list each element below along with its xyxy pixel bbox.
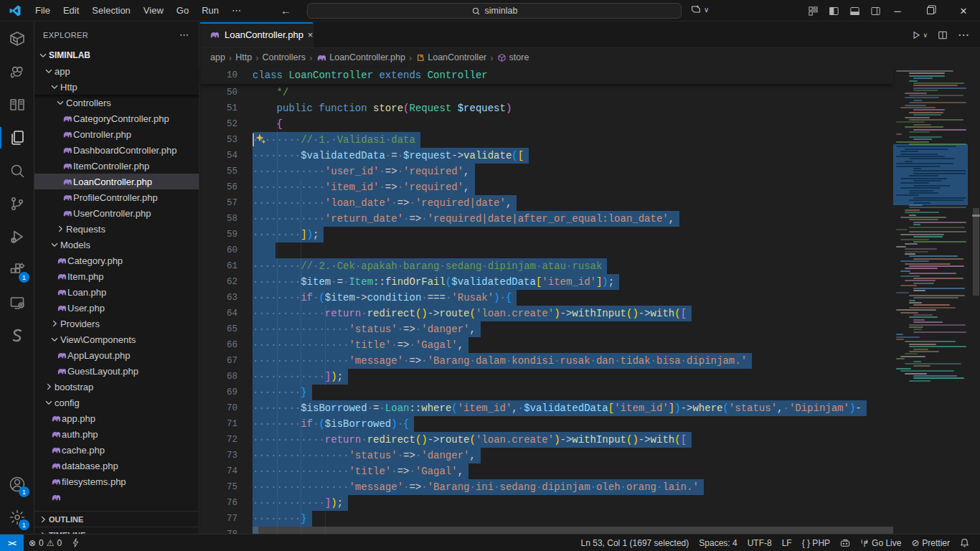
file-user-php[interactable]: User.php (34, 300, 199, 316)
menu-file[interactable]: File (29, 0, 57, 22)
breadcrumb-item-http[interactable]: Http (235, 52, 252, 62)
sticky-scroll-line[interactable]: 10 class LoanController extends Controll… (200, 67, 893, 84)
monkey-face-icon[interactable] (0, 55, 34, 88)
file-dashboardcontroller-php[interactable]: DashboardController.php (34, 142, 199, 158)
code-line-67[interactable]: 67 ················'message'·=>·'Barang·… (200, 353, 893, 369)
folder-requests[interactable]: Requests (34, 221, 199, 237)
code-line-51[interactable]: 51 public function store(Request $reques… (200, 100, 893, 116)
file-guestlayout-php[interactable]: GuestLayout.php (34, 363, 199, 379)
file-cache-php[interactable]: cache.php (34, 442, 199, 458)
breadcrumb-item-controllers[interactable]: Controllers (262, 52, 305, 62)
file-profilecontroller-php[interactable]: ProfileController.php (34, 189, 199, 205)
open-book-icon[interactable] (0, 88, 34, 121)
menu-⋯[interactable]: ⋯ (225, 0, 248, 22)
file-auth-php[interactable]: auth.php (34, 426, 199, 442)
menu-run[interactable]: Run (195, 0, 225, 22)
code-line-71[interactable]: 71 ········if·($isBorrowed)·{ (200, 416, 893, 432)
tab-close-icon[interactable]: × (308, 29, 314, 40)
folder-config[interactable]: config (34, 395, 199, 410)
file-itemcontroller-php[interactable]: ItemController.php (34, 158, 199, 174)
folder-models[interactable]: Models (34, 237, 199, 253)
remote-explorer-icon[interactable] (0, 286, 34, 319)
code-line-65[interactable]: 65 ················'status'·=>·'danger', (200, 321, 893, 337)
file-database-php[interactable]: database.php (34, 458, 199, 474)
breadcrumb-item-store[interactable]: store (497, 52, 529, 62)
folder-app[interactable]: app (34, 63, 199, 79)
remote-indicator[interactable]: >< (0, 534, 24, 551)
vertical-scrollbar[interactable] (972, 67, 980, 534)
source-control-icon[interactable] (0, 187, 34, 220)
customize-layout-icon[interactable] (808, 6, 819, 17)
code-line-74[interactable]: 74 ················'title'·=>·'Gagal', (200, 463, 893, 479)
go-live-status[interactable]: Go Live (855, 534, 906, 551)
minimap[interactable] (893, 67, 972, 534)
workspace-root-row[interactable]: SIMINLAB (34, 47, 199, 63)
indentation-status[interactable]: Spaces: 4 (694, 534, 742, 551)
extensions-icon[interactable]: 1 (0, 253, 34, 286)
code-line-57[interactable]: 57 ············'loan_date'·=>·'required|… (200, 195, 893, 211)
file-controller-php[interactable]: Controller.php (34, 126, 199, 142)
file-categorycontroller-php[interactable]: CategoryController.php (34, 110, 199, 126)
explorer-files-icon[interactable] (0, 121, 34, 154)
breadcrumb-item-app[interactable]: app (210, 52, 225, 62)
breadcrumb-item-loancontroller-php[interactable]: LoanController.php (316, 52, 405, 63)
code-line-62[interactable]: 62 ········$item·=·Item::findOrFail($val… (200, 274, 893, 290)
code-line-56[interactable]: 56 ············'item_id'·=>·'required', (200, 179, 893, 195)
code-line-70[interactable]: 70 ········$isBorrowed·=·Loan::where('it… (200, 400, 893, 416)
menu-selection[interactable]: Selection (85, 0, 136, 22)
horizontal-scrollbar-slider[interactable] (253, 527, 893, 534)
minimize-button[interactable]: ─ (881, 0, 914, 22)
tab-loancontroller[interactable]: LoanController.php × (200, 22, 314, 47)
menu-view[interactable]: View (137, 0, 170, 22)
code-line-58[interactable]: 58 ············'return_date'·=>·'require… (200, 211, 893, 227)
file-loan-php[interactable]: Loan.php (34, 284, 199, 300)
run-php-button[interactable]: ∨ (911, 30, 928, 40)
code-line-73[interactable]: 73 ················'status'·=>·'danger', (200, 448, 893, 463)
code-line-69[interactable]: 69 ········} (200, 385, 893, 400)
code-line-63[interactable]: 63 ········if·($item->condition·===·'Rus… (200, 290, 893, 306)
folder-bootstrap[interactable]: bootstrap (34, 379, 199, 395)
toggle-primary-sidebar-icon[interactable] (829, 6, 839, 17)
file-loancontroller-php[interactable]: LoanController.php (34, 174, 199, 189)
file-filesystems-php[interactable]: filesystems.php (34, 474, 199, 489)
code-line-77[interactable]: 77 ········} (200, 511, 893, 527)
code-line-64[interactable]: 64 ············return·redirect()->route(… (200, 306, 893, 321)
close-button[interactable]: ✕ (947, 0, 980, 22)
code-line-59[interactable]: 59 ········]); (200, 227, 893, 242)
encoding-status[interactable]: UTF-8 (743, 534, 777, 551)
problems-status[interactable]: ⊗0 ⚠0 (24, 534, 67, 551)
file-category-php[interactable]: Category.php (34, 253, 199, 268)
cube-3d-icon[interactable] (0, 22, 34, 55)
toggle-panel-icon[interactable] (849, 6, 860, 17)
cursor-position-status[interactable]: Ln 53, Col 1 (1697 selected) (576, 534, 694, 551)
bolt-status[interactable] (67, 534, 85, 551)
more-actions-icon[interactable]: ⋯ (958, 28, 970, 42)
code-line-68[interactable]: 68 ············]); (200, 369, 893, 385)
file-app-php[interactable]: app.php (34, 410, 199, 426)
file-item-php[interactable]: Item.php (34, 268, 199, 284)
folder-controllers[interactable]: Controllers (34, 95, 199, 110)
section-timeline[interactable]: TIMELINE (34, 527, 199, 534)
copilot-status-icon[interactable] (835, 534, 855, 551)
toggle-secondary-sidebar-icon[interactable] (870, 6, 881, 17)
code-line-60[interactable]: 60 (200, 242, 893, 258)
split-editor-icon[interactable] (938, 30, 948, 40)
code-line-50[interactable]: 50 */ (200, 85, 893, 100)
restore-button[interactable] (914, 0, 947, 22)
code-line-54[interactable]: 54 ········$validatedData·=·$request->va… (200, 148, 893, 164)
file-partial[interactable] (34, 489, 199, 505)
code-line-72[interactable]: 72 ············return·redirect()->route(… (200, 432, 893, 448)
nav-back-arrow[interactable]: ← (281, 4, 291, 17)
eol-status[interactable]: LF (777, 534, 797, 551)
folder-http[interactable]: Http (34, 79, 199, 95)
code-line-76[interactable]: 76 ············]); (200, 495, 893, 511)
vertical-scrollbar-slider[interactable] (973, 208, 979, 296)
prettier-status[interactable]: ⊘Prettier (906, 534, 955, 551)
s-logo-icon[interactable] (0, 319, 34, 352)
run-debug-icon[interactable] (0, 220, 34, 253)
language-status[interactable]: { } PHP (797, 534, 835, 551)
search-icon[interactable] (0, 154, 34, 187)
folder-providers[interactable]: Providers (34, 316, 199, 331)
code-line-75[interactable]: 75 ················'message'·=>·'Barang·… (200, 479, 893, 495)
file-usercontroller-php[interactable]: UserController.php (34, 205, 199, 221)
